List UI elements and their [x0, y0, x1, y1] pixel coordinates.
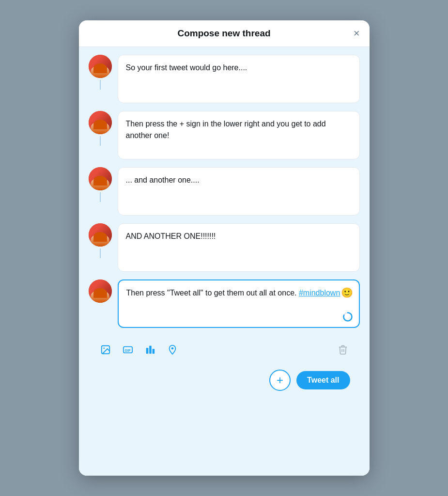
tweet-text-2: Then press the + sign in the lower right…: [126, 120, 326, 140]
svg-rect-7: [149, 346, 152, 354]
avatar-5: [89, 279, 112, 303]
delete-button[interactable]: [336, 342, 350, 357]
modal-body: So your first tweet would go here.... Th…: [79, 47, 370, 476]
location-icon: [167, 344, 178, 355]
location-button[interactable]: [165, 342, 180, 357]
avatar-2: [89, 111, 112, 134]
image-icon: [100, 344, 111, 355]
thread-item-3: ... and another one....: [89, 167, 360, 216]
avatar-column-3: [89, 167, 112, 202]
tweet-box-5[interactable]: Then press "Tweet all" to get them out a…: [118, 279, 360, 328]
compose-thread-modal: Compose new thread × So your first tweet…: [79, 20, 370, 476]
svg-point-3: [103, 347, 105, 349]
thread-line-2: [100, 136, 101, 146]
tweet-box-3[interactable]: ... and another one....: [118, 167, 360, 216]
avatar-3: [89, 167, 112, 190]
poll-icon: [145, 344, 155, 355]
svg-text:GIF: GIF: [124, 348, 131, 353]
tweet-all-button[interactable]: Tweet all: [296, 371, 350, 389]
tweet-text-5-prefix: Then press "Tweet all" to get them out a…: [126, 289, 299, 297]
modal-title: Compose new thread: [177, 28, 270, 39]
svg-point-9: [171, 347, 173, 350]
thread-line-4: [100, 248, 101, 258]
tweet-box-1[interactable]: So your first tweet would go here....: [118, 55, 360, 103]
tweet-box-4[interactable]: AND ANOTHER ONE!!!!!!!: [118, 223, 360, 272]
svg-rect-8: [152, 349, 154, 354]
tweet-box-2[interactable]: Then press the + sign in the lower right…: [118, 111, 360, 159]
toolbar: GIF: [89, 338, 360, 362]
thread-container: So your first tweet would go here.... Th…: [89, 55, 360, 336]
thread-item-4: AND ANOTHER ONE!!!!!!!: [89, 223, 360, 272]
thread-item-2: Then press the + sign in the lower right…: [89, 111, 360, 159]
poll-button[interactable]: [143, 342, 157, 357]
avatar-4: [89, 223, 112, 247]
emoji-icon[interactable]: 🙂: [341, 285, 353, 300]
avatar-column-1: [89, 55, 112, 90]
modal-header: Compose new thread ×: [79, 20, 370, 47]
thread-item-5: Then press "Tweet all" to get them out a…: [89, 279, 360, 328]
avatar-column-5: [89, 279, 112, 303]
thread-line-3: [100, 192, 101, 202]
tweet-text-1: So your first tweet would go here....: [126, 63, 247, 72]
modal-overlay: Compose new thread × So your first tweet…: [0, 0, 448, 496]
thread-line-1: [100, 80, 101, 90]
footer: + Tweet all: [89, 362, 360, 401]
tweet-text-3: ... and another one....: [126, 176, 200, 184]
avatar-column-4: [89, 223, 112, 258]
avatar-column-2: [89, 111, 112, 146]
image-button[interactable]: [98, 342, 113, 357]
toolbar-icons: GIF: [98, 342, 180, 357]
gif-icon: GIF: [123, 344, 133, 355]
svg-rect-6: [146, 348, 148, 354]
tweet-hashtag-5: #mindblown: [299, 289, 340, 297]
thread-item-1: So your first tweet would go here....: [89, 55, 360, 103]
character-count-progress: [342, 311, 353, 322]
close-button[interactable]: ×: [352, 26, 362, 41]
tweet-text-4: AND ANOTHER ONE!!!!!!!: [126, 232, 216, 240]
gif-button[interactable]: GIF: [121, 342, 135, 357]
delete-icon: [338, 344, 348, 355]
add-tweet-button[interactable]: +: [269, 370, 291, 391]
avatar-1: [89, 55, 112, 78]
